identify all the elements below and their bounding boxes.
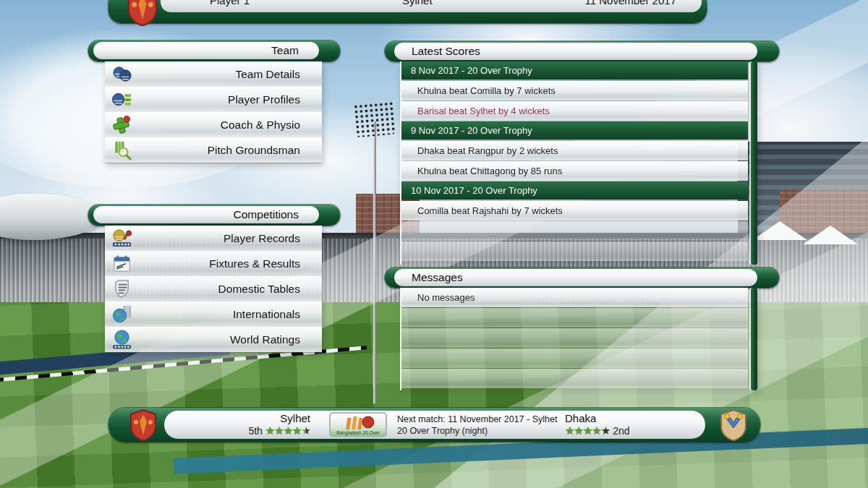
menu-item-label: Team Details (235, 61, 300, 87)
bangladesh-20-over-logo-icon (331, 415, 386, 431)
score-result-row[interactable]: Khulna beat Comilla by 7 wickets (401, 81, 748, 100)
badge-caption: Bangladesh 20 Over (331, 430, 386, 435)
home-team-name: Sylhet (180, 412, 310, 424)
team-menu-header: Team (88, 40, 340, 61)
team-details-icon (111, 64, 132, 85)
away-team-rank-stars: ★★★★★ 2nd (565, 424, 705, 437)
menu-item-label: Pitch Groundsman (208, 137, 300, 163)
team-menu-header-pill: Team (93, 42, 319, 59)
star-icon: ★ (565, 424, 574, 437)
away-team-rank: 2nd (613, 425, 629, 437)
star-icon: ★ (592, 424, 600, 437)
team-menu-title: Team (271, 42, 299, 59)
latest-scores-scrollbar[interactable] (751, 61, 757, 265)
menu-item-label: Player Profiles (228, 87, 300, 112)
latest-scores-header: Latest Scores (385, 41, 779, 61)
latest-scores-title: Latest Scores (412, 43, 480, 60)
home-team-crest-icon (124, 0, 161, 26)
competitions-menu: Player Records Fixtures & Results Domest… (105, 226, 322, 352)
menu-item-player-records[interactable]: Player Records (105, 226, 322, 251)
next-match-line1: Next match: 11 November 2017 - Sylhet (397, 414, 561, 425)
score-result-row[interactable]: Dhaka beat Rangpur by 2 wickets (401, 141, 748, 160)
score-result-row[interactable]: Khulna beat Chittagong by 85 runs (401, 161, 748, 181)
player-name: Player 1 (210, 0, 250, 7)
pitch-groundsman-icon (111, 140, 132, 160)
empty-row (401, 221, 748, 241)
menu-item-pitch-groundsman[interactable]: Pitch Groundsman (105, 137, 322, 163)
score-result-row[interactable]: Comilla beat Rajshahi by 7 wickets (401, 201, 748, 221)
menu-item-label: Player Records (224, 226, 300, 251)
empty-row (401, 241, 748, 261)
next-match-line2: 20 Over Trophy (night) (397, 425, 561, 437)
status-bar-inner: Sylhet 5th ★★★★★ Bangladesh 20 Over Next… (164, 411, 705, 439)
menu-item-fixtures-results[interactable]: Fixtures & Results (105, 251, 322, 276)
messages-title: Messages (412, 269, 463, 286)
home-team-star-rating: ★★★★★ (265, 424, 310, 437)
empty-row (401, 348, 748, 368)
empty-row (401, 369, 748, 388)
latest-scores-panel: 8 Nov 2017 - 20 Over TrophyKhulna beat C… (400, 61, 757, 265)
messages-header-pill: Messages (394, 269, 757, 286)
menu-item-label: World Ratings (230, 327, 300, 352)
star-icon: ★ (284, 424, 292, 437)
star-icon: ★ (601, 424, 610, 437)
messages-scrollbar[interactable] (751, 288, 757, 390)
top-bar-inner: Player 1 Sylhet 11 November 2017 (161, 0, 702, 12)
star-icon: ★ (265, 424, 274, 437)
current-team: Sylhet (402, 0, 433, 7)
home-team-rank: 5th (248, 425, 262, 437)
score-result-row[interactable]: Barisal beat Sylhet by 4 wickets (401, 101, 748, 121)
competition-badge: Bangladesh 20 Over (329, 412, 387, 437)
away-team-crest-icon (718, 409, 749, 441)
home-team-crest-icon (127, 409, 159, 441)
menu-item-team-details[interactable]: Team Details (105, 61, 322, 87)
star-icon: ★ (583, 424, 592, 437)
empty-row (401, 328, 748, 348)
menu-item-label: Internationals (233, 301, 300, 327)
menu-item-domestic-tables[interactable]: Domestic Tables (105, 276, 322, 301)
current-date: 11 November 2017 (585, 0, 676, 7)
competitions-menu-title: Competitions (234, 206, 299, 223)
world-ratings-icon (111, 329, 132, 350)
player-records-icon (111, 228, 132, 249)
domestic-tables-icon (111, 278, 132, 299)
menu-item-player-profiles[interactable]: Player Profiles (105, 87, 322, 112)
game-screen: Player 1 Sylhet 11 November 2017 Team Te… (0, 0, 868, 488)
score-date-header: 9 Nov 2017 - 20 Over Trophy (401, 121, 748, 140)
fixtures-results-icon (111, 253, 132, 274)
empty-row (401, 308, 748, 328)
menu-item-label: Domestic Tables (218, 276, 300, 301)
messages-panel: No messages (400, 288, 757, 390)
top-bar: Player 1 Sylhet 11 November 2017 (109, 0, 707, 23)
away-team-name: Dhaka (565, 412, 705, 424)
player-profiles-icon (111, 89, 132, 110)
internationals-icon (111, 304, 132, 325)
star-icon: ★ (302, 424, 310, 437)
messages-header: Messages (385, 267, 779, 288)
menu-item-internationals[interactable]: Internationals (105, 301, 322, 327)
home-team-rank-stars: 5th ★★★★★ (180, 424, 310, 437)
latest-scores-header-pill: Latest Scores (394, 43, 757, 60)
star-icon: ★ (574, 424, 582, 437)
score-date-header: 8 Nov 2017 - 20 Over Trophy (401, 61, 748, 80)
next-match-info: Next match: 11 November 2017 - Sylhet 20… (387, 414, 561, 437)
competitions-menu-header-pill: Competitions (93, 206, 319, 223)
away-team-star-rating: ★★★★★ (565, 424, 610, 437)
menu-item-world-ratings[interactable]: World Ratings (105, 327, 322, 352)
competitions-menu-header: Competitions (88, 205, 340, 226)
menu-item-coach-physio[interactable]: Coach & Physio (105, 112, 322, 137)
star-icon: ★ (292, 424, 301, 437)
team-menu: Team Details Player Profiles Coach & Phy… (105, 61, 322, 163)
away-team-block: Dhaka ★★★★★ 2nd (561, 412, 705, 437)
messages-rows: No messages (401, 288, 748, 389)
menu-item-label: Coach & Physio (221, 112, 300, 137)
message-row: No messages (401, 288, 748, 307)
latest-scores-rows: 8 Nov 2017 - 20 Over TrophyKhulna beat C… (401, 61, 748, 262)
match-status-bar: Sylhet 5th ★★★★★ Bangladesh 20 Over Next… (109, 408, 760, 442)
coach-physio-icon (111, 114, 132, 135)
home-team-block: Sylhet 5th ★★★★★ (180, 412, 310, 437)
floodlight-head (353, 101, 396, 138)
star-icon: ★ (274, 424, 283, 437)
menu-item-label: Fixtures & Results (209, 251, 300, 276)
score-date-header: 10 Nov 2017 - 20 Over Trophy (401, 181, 748, 200)
